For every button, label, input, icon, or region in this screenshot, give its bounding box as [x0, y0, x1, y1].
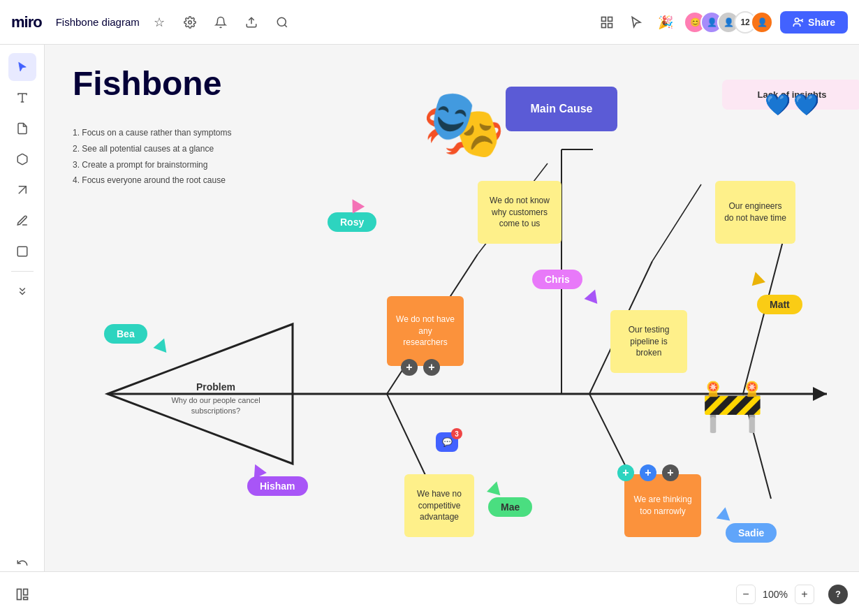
svg-rect-28 [24, 597, 28, 599]
comment-count: 3 [451, 428, 462, 439]
problem-subtitle: Why do our people cancel subscriptions? [153, 395, 279, 417]
problem-title: Problem [153, 381, 279, 393]
zoom-in-button[interactable]: + [795, 585, 814, 604]
skull-character: 🎭 [422, 90, 506, 157]
plus-button-2[interactable]: + [423, 359, 440, 376]
svg-rect-7 [608, 23, 612, 27]
svg-rect-5 [608, 17, 612, 21]
list-item-3: 3. Create a prompt for brainstorming [73, 160, 207, 170]
svg-rect-12 [17, 247, 27, 256]
note-narrow[interactable]: We are thinking too narrowly + + + [624, 474, 701, 537]
cursor-icon[interactable] [625, 11, 647, 34]
apps-grid-icon[interactable] [596, 11, 618, 34]
cursor-sadie: Sadie [726, 523, 777, 543]
text-tool[interactable] [8, 84, 36, 112]
hearts-emoji: 💙💙 [765, 92, 819, 117]
plus-button-1[interactable]: + [401, 359, 418, 376]
cursor-mae-arrow [487, 480, 504, 496]
svg-marker-14 [813, 387, 827, 401]
share-button[interactable]: Share [780, 11, 848, 34]
more-tools[interactable] [8, 277, 36, 305]
svg-line-23 [652, 184, 701, 261]
svg-rect-6 [602, 23, 606, 27]
cursor-matt-arrow [749, 270, 765, 286]
shape-tool[interactable] [8, 145, 36, 173]
pen-tool[interactable] [8, 207, 36, 235]
cursor-bea-arrow [154, 336, 171, 353]
traffic-cone: 🚧 [701, 380, 764, 430]
svg-line-3 [284, 24, 286, 27]
note-pipeline[interactable]: Our testing pipeline is broken [610, 310, 687, 373]
select-tool[interactable] [8, 53, 36, 81]
topbar: miro Fishbone diagram ☆ 🎉 😊 👤 👤 12 👤 Sha… [0, 0, 859, 45]
search-icon[interactable] [271, 11, 293, 34]
panels-icon[interactable] [11, 583, 34, 606]
upload-icon[interactable] [240, 11, 263, 34]
list-item-2: 2. See all potential causes at a glance [73, 144, 214, 154]
settings-icon[interactable] [179, 11, 201, 34]
star-icon[interactable]: ☆ [148, 11, 170, 34]
left-sidebar [0, 45, 45, 616]
note-customers[interactable]: We do not know why customers come to us [478, 181, 561, 244]
svg-rect-4 [602, 17, 606, 21]
svg-line-11 [18, 186, 26, 194]
plus-button-3[interactable]: + [617, 464, 634, 481]
avatar-4: 👤 [751, 11, 773, 34]
bell-icon[interactable] [210, 11, 232, 34]
svg-rect-26 [17, 589, 22, 599]
cursor-sadie-arrow [717, 506, 733, 520]
note-competitive[interactable]: We have no competitive advantage [404, 474, 474, 537]
plus-button-4[interactable]: + [640, 464, 656, 481]
svg-point-2 [277, 17, 286, 26]
cursor-mae: Mae [488, 497, 532, 517]
miro-logo: miro [11, 13, 42, 31]
fishbone-title: Fishbone [73, 64, 221, 103]
cursor-bea: Bea [104, 324, 147, 344]
note-researchers[interactable]: We do not have any researchers + + [387, 296, 464, 366]
cursor-rosy-arrow [346, 196, 365, 214]
note-engineers[interactable]: Our engineers do not have time [715, 181, 795, 244]
board-title-text: Fishbone diagram [56, 16, 140, 28]
topbar-right: 🎉 😊 👤 👤 12 👤 Share [596, 11, 848, 34]
cursor-chris-arrow [585, 287, 602, 304]
sidebar-divider [11, 271, 34, 272]
arrow-tool[interactable] [8, 176, 36, 204]
zoom-out-button[interactable]: − [736, 585, 756, 604]
cursor-rosy: Rosy [328, 212, 376, 232]
canvas[interactable]: Fishbone 1. Focus on a cause rather than… [45, 45, 859, 571]
share-label: Share [808, 17, 835, 28]
plus-button-5[interactable]: + [662, 464, 679, 481]
svg-point-0 [189, 20, 192, 24]
zoom-controls: − 100% + ? [736, 585, 848, 604]
avatar-group: 😊 👤 👤 12 👤 [684, 11, 773, 34]
party-icon[interactable]: 🎉 [654, 11, 677, 34]
comment-badge[interactable]: 💬 3 [436, 432, 458, 452]
list-item-4: 4. Focus everyone around the root cause [73, 175, 226, 185]
frame-tool[interactable] [8, 237, 36, 265]
cursor-matt: Matt [757, 295, 802, 314]
svg-point-8 [795, 18, 798, 22]
bottombar: − 100% + ? [0, 571, 859, 616]
zoom-level: 100% [761, 589, 789, 600]
sticky-tool[interactable] [8, 115, 36, 142]
list-item-1: 1. Focus on a cause rather than symptoms [73, 128, 231, 138]
problem-label: Problem Why do our people cancel subscri… [153, 381, 279, 417]
cursor-hisham: Hisham [247, 476, 308, 496]
cursor-chris: Chris [532, 270, 582, 289]
lack-insights-box[interactable]: Lack of insights 💙💙 [722, 80, 859, 110]
main-cause-box[interactable]: Main Cause [506, 87, 617, 131]
fishbone-list: 1. Focus on a cause rather than symptoms… [73, 125, 231, 189]
help-button[interactable]: ? [828, 585, 848, 604]
svg-rect-27 [24, 589, 28, 594]
